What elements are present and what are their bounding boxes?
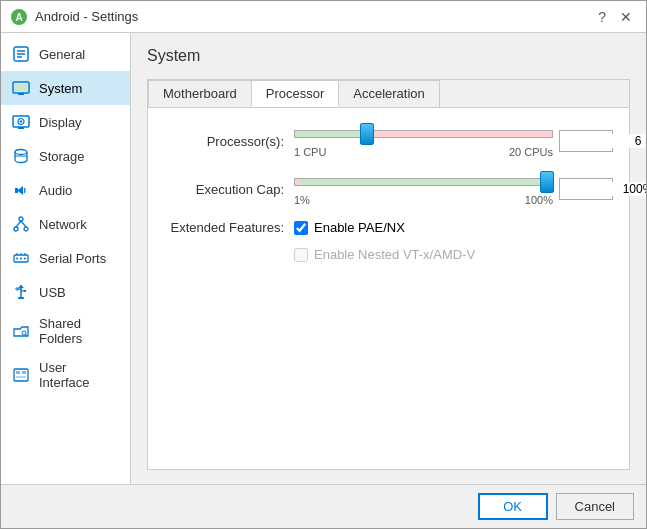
svg-marker-29 xyxy=(18,285,24,288)
sidebar-item-usb[interactable]: USB xyxy=(1,275,130,309)
svg-rect-40 xyxy=(16,376,26,378)
help-button[interactable]: ? xyxy=(594,9,610,25)
execution-cap-max-label: 100% xyxy=(525,194,553,206)
cancel-button[interactable]: Cancel xyxy=(556,493,634,520)
svg-rect-38 xyxy=(16,371,20,374)
sidebar-item-shared-folders[interactable]: Shared Folders xyxy=(1,309,130,353)
execution-cap-slider-bg xyxy=(294,178,553,186)
general-icon xyxy=(11,44,31,64)
sidebar-label-network: Network xyxy=(39,217,87,232)
window-title: Android - Settings xyxy=(35,9,138,24)
sidebar-item-user-interface[interactable]: User Interface xyxy=(1,353,130,397)
execution-cap-thumb[interactable] xyxy=(540,171,554,193)
user-interface-icon xyxy=(11,365,31,385)
system-icon xyxy=(11,78,31,98)
extended-features-section: Enable PAE/NX Enable Nested VT-x/AMD-V xyxy=(294,220,613,268)
execution-cap-slider-track[interactable] xyxy=(294,172,553,192)
svg-rect-12 xyxy=(18,127,24,129)
processors-slider-track[interactable] xyxy=(294,124,553,144)
svg-point-17 xyxy=(14,227,18,231)
svg-line-20 xyxy=(21,221,26,227)
execution-cap-slider-container: 1% 100% xyxy=(294,172,553,206)
svg-rect-8 xyxy=(18,93,24,95)
svg-rect-30 xyxy=(18,297,24,299)
processors-min-label: 1 CPU xyxy=(294,146,326,158)
svg-point-24 xyxy=(24,258,26,260)
sidebar-label-storage: Storage xyxy=(39,149,85,164)
tab-motherboard-label: Motherboard xyxy=(163,86,237,101)
sidebar-item-serial-ports[interactable]: Serial Ports xyxy=(1,241,130,275)
sidebar-label-serial-ports: Serial Ports xyxy=(39,251,106,266)
tab-content-processor: Processor(s): xyxy=(148,108,629,469)
sidebar-label-shared-folders: Shared Folders xyxy=(39,316,120,346)
window-footer: OK Cancel xyxy=(1,484,646,528)
svg-rect-15 xyxy=(15,188,18,193)
processors-track-fill xyxy=(294,130,553,138)
sidebar-item-general[interactable]: General xyxy=(1,37,130,71)
tab-acceleration-label: Acceleration xyxy=(353,86,425,101)
svg-rect-7 xyxy=(15,84,27,91)
execution-cap-label: Execution Cap: xyxy=(164,182,294,197)
processors-slider-bg xyxy=(294,130,553,138)
execution-cap-row: Execution Cap: xyxy=(164,172,613,206)
svg-point-16 xyxy=(19,217,23,221)
nested-vt-label: Enable Nested VT-x/AMD-V xyxy=(314,247,475,262)
execution-cap-value-input[interactable] xyxy=(560,182,646,196)
svg-text:A: A xyxy=(15,12,22,23)
pae-nx-label: Enable PAE/NX xyxy=(314,220,405,235)
pae-nx-checkbox[interactable] xyxy=(294,221,308,235)
processors-control: 1 CPU 20 CPUs ▲ ▼ xyxy=(294,124,613,158)
sidebar-label-audio: Audio xyxy=(39,183,72,198)
execution-cap-slider-labels: 1% 100% xyxy=(294,194,553,206)
svg-point-35 xyxy=(22,331,26,335)
processors-spinbox[interactable]: ▲ ▼ xyxy=(559,130,613,152)
processors-row: Processor(s): xyxy=(164,124,613,158)
sidebar-item-storage[interactable]: Storage xyxy=(1,139,130,173)
sidebar-label-usb: USB xyxy=(39,285,66,300)
close-button[interactable]: ✕ xyxy=(616,9,636,25)
sidebar-item-system[interactable]: System xyxy=(1,71,130,105)
ok-button[interactable]: OK xyxy=(478,493,548,520)
extended-features-label: Extended Features: xyxy=(164,220,294,235)
execution-cap-min-label: 1% xyxy=(294,194,310,206)
processors-slider-labels: 1 CPU 20 CPUs xyxy=(294,146,553,158)
svg-point-22 xyxy=(16,258,18,260)
sidebar: General System xyxy=(1,33,131,484)
execution-cap-spinbox[interactable]: ▲ ▼ xyxy=(559,178,613,200)
storage-icon xyxy=(11,146,31,166)
extended-features-row: Extended Features: Enable PAE/NX Enable … xyxy=(164,220,613,268)
network-icon xyxy=(11,214,31,234)
sidebar-item-display[interactable]: Display xyxy=(1,105,130,139)
sidebar-label-system: System xyxy=(39,81,82,96)
svg-point-23 xyxy=(20,258,22,260)
tab-acceleration[interactable]: Acceleration xyxy=(338,80,440,107)
execution-cap-control: 1% 100% ▲ ▼ xyxy=(294,172,613,206)
svg-rect-39 xyxy=(22,371,26,374)
shared-folders-icon xyxy=(11,321,31,341)
page-title: System xyxy=(147,47,630,65)
tab-processor[interactable]: Processor xyxy=(251,80,340,107)
app-icon: A xyxy=(11,9,27,25)
processors-thumb[interactable] xyxy=(360,123,374,145)
sidebar-label-general: General xyxy=(39,47,85,62)
svg-line-19 xyxy=(16,221,21,227)
processors-label: Processor(s): xyxy=(164,134,294,149)
processors-max-label: 20 CPUs xyxy=(509,146,553,158)
sidebar-label-user-interface: User Interface xyxy=(39,360,120,390)
window-body: General System xyxy=(1,33,646,484)
svg-rect-32 xyxy=(24,290,26,292)
processors-slider-container: 1 CPU 20 CPUs xyxy=(294,124,553,158)
svg-point-13 xyxy=(15,150,27,155)
audio-icon xyxy=(11,180,31,200)
sidebar-item-audio[interactable]: Audio xyxy=(1,173,130,207)
nested-vt-row: Enable Nested VT-x/AMD-V xyxy=(294,247,613,262)
serial-ports-icon xyxy=(11,248,31,268)
processors-value-input[interactable] xyxy=(560,134,646,148)
nested-vt-checkbox[interactable] xyxy=(294,248,308,262)
sidebar-label-display: Display xyxy=(39,115,82,130)
title-bar: A Android - Settings ? ✕ xyxy=(1,1,646,33)
pae-nx-row: Enable PAE/NX xyxy=(294,220,613,235)
tab-processor-label: Processor xyxy=(266,86,325,101)
sidebar-item-network[interactable]: Network xyxy=(1,207,130,241)
tab-motherboard[interactable]: Motherboard xyxy=(148,80,252,107)
